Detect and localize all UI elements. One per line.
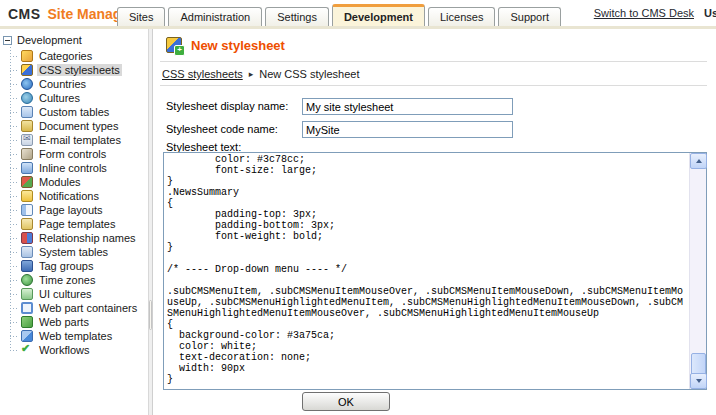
nav-tab[interactable]: Administration	[168, 7, 262, 26]
tree-item[interactable]: Notifications	[0, 189, 148, 203]
web-parts-icon	[21, 316, 33, 328]
tree-item[interactable]: UI cultures	[0, 287, 148, 301]
nav-tab[interactable]: Settings	[265, 7, 329, 26]
nav-tab[interactable]: Licenses	[428, 7, 495, 26]
tree-item[interactable]: Relationship names	[0, 231, 148, 245]
scroll-up-icon[interactable]	[690, 153, 707, 169]
tree-item-label: Page templates	[37, 218, 117, 230]
tree-item-label: Web parts	[37, 316, 91, 328]
nav-tab-label: Licenses	[440, 11, 483, 23]
new-stylesheet-brush-icon	[166, 37, 182, 53]
scroll-down-icon[interactable]	[690, 373, 707, 389]
tree-root-label: Development	[17, 34, 82, 46]
nav-tab[interactable]: Sites	[117, 7, 165, 26]
breadcrumb-divider	[160, 85, 707, 86]
tree-item-label: Form controls	[37, 148, 108, 160]
tree-item[interactable]: Workflows	[0, 343, 148, 357]
tree-item[interactable]: Tag groups	[0, 259, 148, 273]
tree-item-label: Countries	[37, 78, 88, 90]
modules-icon	[21, 176, 33, 188]
tree-item[interactable]: Categories	[0, 49, 148, 63]
tree-item-label: System tables	[37, 246, 110, 258]
tree-item-label: Web part containers	[37, 302, 139, 314]
workflows-icon	[21, 344, 33, 356]
time-zones-icon	[21, 274, 33, 286]
switch-to-cms-desk-link[interactable]: Switch to CMS Desk	[594, 7, 694, 19]
tree-item[interactable]: Web templates	[0, 329, 148, 343]
scroll-thumb[interactable]	[691, 353, 706, 375]
page-templates-icon	[21, 218, 33, 230]
breadcrumb-current: New CSS stylesheet	[259, 68, 359, 80]
web-part-containers-icon	[21, 302, 33, 314]
collapse-expander-icon[interactable]	[3, 36, 12, 45]
categories-icon	[21, 50, 33, 62]
breadcrumb-separator-icon: ▸	[249, 69, 254, 79]
code-name-input[interactable]	[302, 121, 513, 138]
code-name-label: Stylesheet code name:	[166, 123, 278, 135]
tree-item[interactable]: Page templates	[0, 217, 148, 231]
top-bar: CMS Site Manager Sites Administration Se…	[0, 0, 716, 29]
tree-item[interactable]: Cultures	[0, 91, 148, 105]
nav-tab[interactable]: Support	[498, 7, 561, 26]
nav-tab-label: Administration	[180, 11, 250, 23]
inline-controls-icon	[21, 162, 33, 174]
tree-item[interactable]: System tables	[0, 245, 148, 259]
ok-button[interactable]: OK	[302, 392, 390, 411]
tree-item-label: Custom tables	[37, 106, 111, 118]
tree-item[interactable]: CSS stylesheets	[0, 63, 148, 77]
tree-item[interactable]: Countries	[0, 77, 148, 91]
tree-item-label: Categories	[37, 50, 94, 62]
tree-item-label: Document types	[37, 120, 120, 132]
tree-item[interactable]: Custom tables	[0, 105, 148, 119]
nav-tab-label: Support	[510, 11, 549, 23]
tree-item[interactable]: E-mail templates	[0, 133, 148, 147]
tree-item-label: Page layouts	[37, 204, 105, 216]
breadcrumb: CSS stylesheets ▸ New CSS stylesheet	[162, 68, 360, 80]
splitter-handle[interactable]	[149, 300, 152, 330]
tag-groups-icon	[21, 260, 33, 272]
tree-item-label: CSS stylesheets	[37, 64, 122, 76]
app-logo: CMS Site Manager	[8, 6, 135, 22]
tree-item-label: Tag groups	[37, 260, 95, 272]
page-layouts-icon	[21, 204, 33, 216]
tree-item-label: Web templates	[37, 330, 114, 342]
tree-item[interactable]: Inline controls	[0, 161, 148, 175]
tree-item[interactable]: Time zones	[0, 273, 148, 287]
tree-root-development[interactable]: Development	[0, 29, 148, 49]
web-templates-icon	[21, 330, 33, 342]
tree-item-label: Workflows	[37, 344, 92, 356]
stylesheet-text-area[interactable]: color: #3c78cc; font-size: large; } .New…	[163, 152, 707, 390]
tree-item-label: E-mail templates	[37, 134, 123, 146]
css-stylesheets-icon	[21, 64, 33, 76]
editor-scrollbar[interactable]	[689, 153, 706, 389]
display-name-input[interactable]	[302, 98, 513, 115]
display-name-label: Stylesheet display name:	[166, 100, 288, 112]
tree-item-label: UI cultures	[37, 288, 94, 300]
logo-cms: CMS	[8, 6, 41, 22]
tree-item[interactable]: Web part containers	[0, 301, 148, 315]
nav-tab[interactable]: Development	[332, 4, 425, 26]
nav-tab-label: Settings	[277, 11, 317, 23]
main-nav-tabs: Sites Administration Settings Developmen…	[117, 4, 564, 26]
form-controls-icon	[21, 148, 33, 160]
tree-item[interactable]: Modules	[0, 175, 148, 189]
page-title: New stylesheet	[191, 38, 285, 53]
user-label-partial: Us	[704, 7, 716, 19]
tree-item-label: Time zones	[37, 274, 97, 286]
tree-items: Categories CSS stylesheets Countries Cul…	[0, 49, 148, 357]
tree-item-label: Relationship names	[37, 232, 138, 244]
main-content: New stylesheet CSS stylesheets ▸ New CSS…	[153, 29, 716, 415]
system-tables-icon	[21, 246, 33, 258]
breadcrumb-parent-link[interactable]: CSS stylesheets	[162, 68, 243, 80]
nav-tab-label: Development	[344, 11, 413, 23]
tree-item[interactable]: Page layouts	[0, 203, 148, 217]
tree-item-label: Modules	[37, 176, 83, 188]
notifications-icon	[21, 190, 33, 202]
cultures-icon	[21, 92, 33, 104]
tree-item[interactable]: Form controls	[0, 147, 148, 161]
tree-item[interactable]: Web parts	[0, 315, 148, 329]
stylesheet-code[interactable]: color: #3c78cc; font-size: large; } .New…	[167, 154, 688, 388]
tree-item[interactable]: Document types	[0, 119, 148, 133]
countries-icon	[21, 78, 33, 90]
relationship-names-icon	[21, 232, 33, 244]
